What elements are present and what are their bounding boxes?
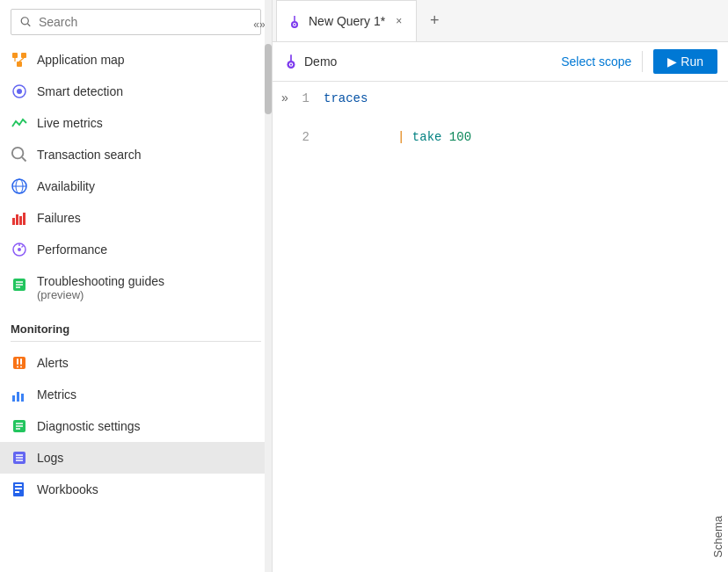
svg-point-19 xyxy=(18,248,21,251)
sidebar-item-metrics[interactable]: Metrics xyxy=(0,379,272,410)
keyword-take: take xyxy=(412,130,449,144)
line-number-2: 2 xyxy=(297,127,324,147)
sidebar-item-label: Alerts xyxy=(37,356,69,370)
metrics-icon xyxy=(11,386,28,403)
svg-line-10 xyxy=(22,157,25,161)
tab-bar: New Query 1* × + xyxy=(273,0,728,42)
svg-rect-45 xyxy=(15,491,19,493)
failures-icon xyxy=(11,209,28,227)
svg-line-6 xyxy=(19,58,24,62)
svg-rect-33 xyxy=(21,394,24,402)
schema-label: Schema xyxy=(711,516,724,558)
svg-line-1 xyxy=(27,24,30,26)
demo-text: Demo xyxy=(304,54,337,69)
line-number-1: 1 xyxy=(297,89,324,108)
svg-rect-17 xyxy=(23,213,25,225)
svg-rect-15 xyxy=(16,214,18,225)
number-100: 100 xyxy=(449,130,471,144)
sidebar-item-logs[interactable]: Logs xyxy=(0,442,272,474)
sidebar-item-failures[interactable]: Failures xyxy=(0,202,272,234)
sidebar-item-diagnostic-settings[interactable]: Diagnostic settings xyxy=(0,410,272,442)
editor-area: » 1 traces 2 | take 100 Schema xyxy=(273,82,728,572)
schema-panel-hint: Schema xyxy=(707,502,728,572)
search-icon xyxy=(20,16,32,28)
toolbar-divider xyxy=(642,51,643,72)
svg-line-21 xyxy=(22,246,24,248)
query-tab[interactable]: New Query 1* × xyxy=(276,0,417,41)
query-tab-icon xyxy=(288,14,302,28)
sidebar-item-label: Transaction search xyxy=(37,148,142,162)
performance-icon xyxy=(11,241,28,258)
search-input[interactable] xyxy=(39,15,251,29)
query-toolbar: Demo Select scope ▶ Run xyxy=(273,42,728,82)
sidebar-item-smart-detection[interactable]: Smart detection xyxy=(0,76,272,107)
svg-point-48 xyxy=(294,24,295,25)
search-box[interactable] xyxy=(11,9,261,35)
sidebar-item-live-metrics[interactable]: Live metrics xyxy=(0,107,272,139)
run-button[interactable]: ▶ Run xyxy=(653,49,717,74)
sidebar-item-label: Metrics xyxy=(37,387,76,402)
svg-rect-14 xyxy=(12,218,15,225)
sidebar-item-label: Workbooks xyxy=(37,482,98,496)
sidebar-item-transaction-search[interactable]: Transaction search xyxy=(0,139,272,170)
sidebar-item-performance[interactable]: Performance xyxy=(0,234,272,265)
application-map-icon xyxy=(11,51,28,69)
svg-point-8 xyxy=(17,89,22,94)
live-metrics-icon xyxy=(11,114,28,132)
monitoring-section-label: Monitoring xyxy=(0,310,272,341)
sidebar-item-label: Logs xyxy=(37,451,63,465)
sidebar-scrollbar[interactable] xyxy=(265,0,272,572)
select-scope-button[interactable]: Select scope xyxy=(561,54,631,69)
svg-rect-26 xyxy=(13,357,25,369)
svg-rect-28 xyxy=(17,366,18,368)
section-divider xyxy=(11,341,261,342)
sidebar-item-availability[interactable]: Availability xyxy=(0,170,272,202)
sidebar-item-alerts[interactable]: Alerts xyxy=(0,347,272,379)
sidebar-item-workbooks[interactable]: Workbooks xyxy=(0,474,272,505)
svg-rect-3 xyxy=(21,53,26,58)
svg-rect-32 xyxy=(17,392,19,402)
transaction-search-icon xyxy=(11,146,28,163)
availability-icon xyxy=(11,177,28,195)
workbooks-icon xyxy=(11,481,28,498)
logs-icon xyxy=(11,449,28,467)
line-content-2: | take 100 xyxy=(324,108,728,166)
sidebar-item-label: Application map xyxy=(37,53,125,67)
sidebar: «» Application map Smart detection Live … xyxy=(0,0,273,572)
diagnostic-settings-icon xyxy=(11,417,28,435)
alerts-icon xyxy=(11,354,28,372)
demo-label: Demo xyxy=(283,53,337,71)
code-editor[interactable]: 1 traces 2 | take 100 xyxy=(297,82,728,572)
svg-rect-31 xyxy=(12,395,15,402)
expand-editor-button[interactable]: » xyxy=(273,82,297,572)
close-tab-button[interactable]: × xyxy=(392,13,405,29)
svg-point-51 xyxy=(290,63,292,65)
svg-rect-2 xyxy=(12,53,18,58)
query-tab-label: New Query 1* xyxy=(309,14,385,28)
svg-point-0 xyxy=(21,18,28,25)
line-content-1: traces xyxy=(324,89,728,108)
demo-icon xyxy=(283,53,299,71)
smart-detection-icon xyxy=(11,83,28,100)
sidebar-item-label: Performance xyxy=(37,243,107,257)
svg-rect-44 xyxy=(15,488,22,489)
sidebar-item-label: Troubleshooting guides xyxy=(37,274,164,288)
sidebar-item-label: Availability xyxy=(37,179,95,193)
svg-rect-4 xyxy=(17,62,22,67)
svg-rect-27 xyxy=(17,358,18,365)
svg-point-9 xyxy=(12,148,24,159)
svg-rect-43 xyxy=(15,484,22,486)
sidebar-item-label: Smart detection xyxy=(37,84,123,98)
code-line-2: 2 | take 100 xyxy=(297,108,728,166)
sidebar-item-troubleshooting-labels: Troubleshooting guides (preview) xyxy=(37,274,164,301)
sidebar-item-label: Failures xyxy=(37,211,81,225)
sidebar-item-application-map[interactable]: Application map xyxy=(0,44,272,76)
sidebar-item-label: Diagnostic settings xyxy=(37,419,141,433)
code-line-1: 1 traces xyxy=(297,89,728,108)
main-panel: New Query 1* × + Demo Select scope ▶ Run… xyxy=(273,0,728,572)
add-tab-button[interactable]: + xyxy=(420,7,448,35)
sidebar-item-troubleshooting[interactable]: Troubleshooting guides (preview) xyxy=(0,265,272,310)
svg-rect-30 xyxy=(20,366,22,368)
sidebar-scrollbar-thumb xyxy=(265,44,272,114)
sidebar-item-label: Live metrics xyxy=(37,116,103,130)
